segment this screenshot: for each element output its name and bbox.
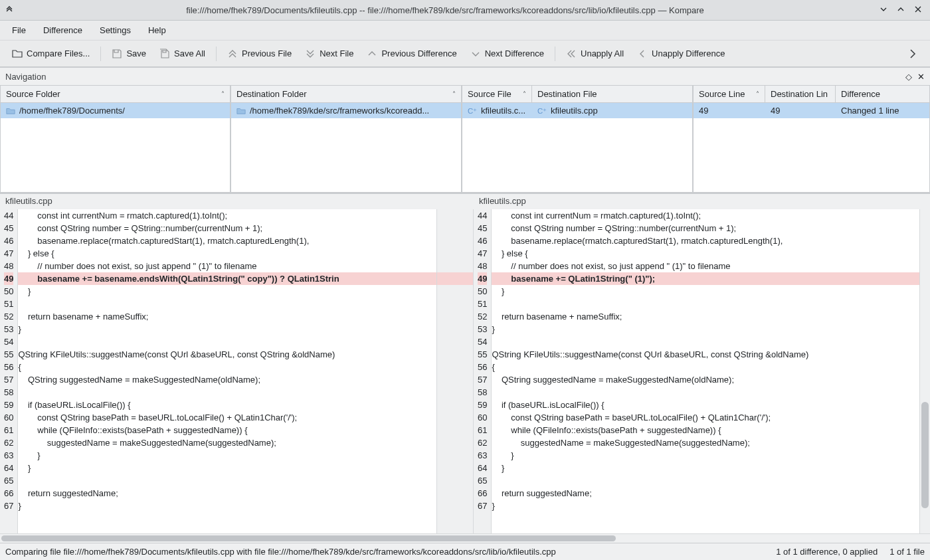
- toolbar: Compare Files... Save Save All Previous …: [0, 41, 930, 67]
- folder-icon: [236, 106, 246, 116]
- diff-view: 4445464748495051525354555657585960616263…: [0, 209, 930, 533]
- down-icon: [470, 48, 481, 59]
- unapply-difference-button: Unapply Difference: [630, 46, 731, 62]
- unapply-difference-label: Unapply Difference: [652, 48, 725, 58]
- source-file-value: kfileutils.c...: [481, 106, 525, 116]
- next-difference-button: Next Difference: [464, 46, 551, 62]
- window-title: file:///home/fhek789/Documents/kfileutil…: [19, 5, 872, 15]
- source-line-value: 49: [694, 103, 765, 118]
- toolbar-overflow-button[interactable]: [901, 46, 925, 62]
- col-destination-line[interactable]: Destination Lin: [765, 86, 836, 102]
- left-code[interactable]: const int currentNum = rmatch.captured(1…: [18, 209, 436, 533]
- difference-row[interactable]: 49 49 Changed 1 line: [694, 103, 929, 118]
- menu-difference[interactable]: Difference: [35, 23, 90, 38]
- col-source-folder[interactable]: Source Folder˄: [1, 86, 230, 102]
- status-file-count: 1 of 1 file: [889, 547, 925, 557]
- left-icon: [637, 48, 648, 59]
- menu-settings[interactable]: Settings: [92, 23, 139, 38]
- chevron-up-icon: ˄: [221, 90, 225, 98]
- svg-text:C⁺: C⁺: [468, 106, 477, 114]
- up-icon: [367, 48, 377, 59]
- source-folder-row[interactable]: /home/fhek789/Documents/: [1, 103, 230, 118]
- cpp-file-icon: C⁺: [537, 106, 547, 116]
- left-file-label: kfileutils.cpp: [0, 194, 474, 209]
- toolbar-separator: [216, 47, 217, 61]
- cpp-file-icon: C⁺: [468, 106, 477, 116]
- file-row[interactable]: C⁺kfileutils.c... C⁺kfileutils.cpp: [462, 103, 692, 118]
- right-gutter: 4445464748495051525354555657585960616263…: [474, 209, 492, 533]
- maximize-icon[interactable]: [897, 5, 905, 15]
- left-pane[interactable]: 4445464748495051525354555657585960616263…: [0, 209, 436, 533]
- unapply-all-label: Unapply All: [581, 48, 624, 58]
- destination-folder-row[interactable]: /home/fhek789/kde/src/frameworks/kcoread…: [231, 103, 461, 118]
- source-folder-value: /home/fhek789/Documents/: [19, 106, 125, 116]
- file-labels: kfileutils.cpp kfileutils.cpp: [0, 193, 930, 209]
- navigation-title: Navigation: [5, 72, 46, 82]
- double-left-icon: [566, 48, 577, 59]
- chevron-up-icon: ˄: [452, 90, 456, 98]
- unapply-all-button: Unapply All: [559, 46, 630, 62]
- toolbar-separator: [555, 47, 555, 61]
- col-source-file[interactable]: Source File˄: [462, 86, 532, 102]
- menu-help[interactable]: Help: [140, 23, 174, 38]
- previous-difference-label: Previous Difference: [381, 48, 456, 58]
- save-all-icon: [159, 48, 170, 59]
- toolbar-separator: [100, 47, 101, 61]
- menubar: File Difference Settings Help: [0, 21, 930, 41]
- close-icon[interactable]: [914, 5, 922, 15]
- col-destination-folder[interactable]: Destination Folder˄: [231, 86, 461, 102]
- col-source-line[interactable]: Source Line˄: [694, 86, 765, 102]
- save-all-button: Save All: [153, 46, 212, 62]
- folder-icon: [6, 106, 15, 116]
- save-button: Save: [105, 46, 153, 62]
- chevron-up-icon: ˄: [523, 90, 526, 98]
- close-panel-icon[interactable]: ✕: [917, 72, 925, 82]
- statusbar: Comparing file file:///home/fhek789/Docu…: [0, 543, 930, 560]
- status-diff-count: 1 of 1 difference, 0 applied: [776, 547, 878, 557]
- previous-difference-button: Previous Difference: [360, 46, 463, 62]
- titlebar: file:///home/fhek789/Documents/kfileutil…: [0, 0, 930, 21]
- right-pane[interactable]: 4445464748495051525354555657585960616263…: [474, 209, 919, 533]
- horizontal-scrollbar[interactable]: [0, 533, 930, 543]
- compare-files-label: Compare Files...: [27, 48, 90, 58]
- difference-value: Changed 1 line: [836, 103, 929, 118]
- next-difference-label: Next Difference: [485, 48, 544, 58]
- compare-files-button[interactable]: Compare Files...: [5, 46, 96, 62]
- navigation-panel: Navigation ◇ ✕ Source Folder˄ /home/fhek…: [0, 67, 930, 193]
- previous-file-label: Previous File: [242, 48, 292, 58]
- next-file-label: Next File: [320, 48, 353, 58]
- col-destination-file[interactable]: Destination File: [532, 86, 692, 102]
- previous-file-button: Previous File: [221, 46, 298, 62]
- destination-folder-value: /home/fhek789/kde/src/frameworks/kcoread…: [250, 106, 429, 116]
- right-file-label: kfileutils.cpp: [474, 194, 531, 209]
- shade-icon[interactable]: [0, 6, 19, 14]
- folder-icon: [12, 48, 23, 59]
- right-code[interactable]: const int currentNum = rmatch.captured(1…: [492, 209, 919, 533]
- double-down-icon: [305, 48, 316, 59]
- destination-file-value: kfileutils.cpp: [551, 106, 598, 116]
- col-difference[interactable]: Difference: [836, 86, 929, 102]
- minimize-icon[interactable]: [880, 5, 887, 15]
- double-up-icon: [227, 48, 238, 59]
- chevron-up-icon: ˄: [756, 90, 759, 98]
- next-file-button: Next File: [298, 46, 360, 62]
- save-all-label: Save All: [174, 48, 205, 58]
- save-icon: [112, 48, 122, 59]
- save-label: Save: [126, 48, 146, 58]
- svg-text:C⁺: C⁺: [537, 106, 547, 114]
- diff-connector: [436, 209, 474, 533]
- vertical-scrollbar[interactable]: [919, 209, 930, 533]
- left-gutter: 4445464748495051525354555657585960616263…: [0, 209, 18, 533]
- destination-line-value: 49: [765, 103, 836, 118]
- float-icon[interactable]: ◇: [905, 72, 912, 82]
- menu-file[interactable]: File: [4, 23, 34, 38]
- chevron-right-icon: [907, 48, 918, 59]
- status-message: Comparing file file:///home/fhek789/Docu…: [5, 547, 764, 557]
